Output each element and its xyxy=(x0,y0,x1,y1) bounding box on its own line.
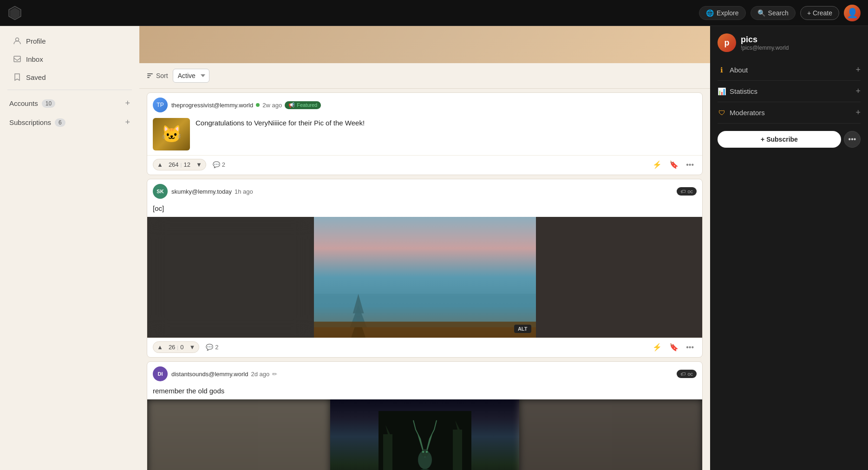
comment-icon: 💬 xyxy=(213,161,220,168)
post-1-header: TP theprogressivist@lemmy.world 2w ago 📢… xyxy=(147,93,702,115)
post-2-meta: skumky@lemmy.today 1h ago xyxy=(171,188,253,195)
post-1-avatar: TP xyxy=(153,98,168,112)
svg-point-15 xyxy=(426,451,428,453)
explore-button[interactable]: 🌐 Explore xyxy=(699,6,745,20)
post-1-downvote[interactable]: ▼ xyxy=(192,159,206,170)
svg-rect-6 xyxy=(147,77,150,78)
profile-icon xyxy=(13,37,21,45)
svg-rect-4 xyxy=(147,73,153,74)
saved-label: Saved xyxy=(26,73,46,81)
svg-rect-10 xyxy=(314,322,536,338)
sort-select[interactable]: Active Hot New Top xyxy=(173,69,209,83)
moderators-section[interactable]: 🛡 Moderators + xyxy=(718,102,861,124)
comment-icon-2: 💬 xyxy=(206,344,213,351)
about-icon: ℹ xyxy=(718,66,726,74)
svg-point-2 xyxy=(16,38,19,41)
community-banner xyxy=(139,26,710,63)
post-3-image-right xyxy=(519,399,702,470)
oc-label-3: oc xyxy=(687,371,693,377)
post-2-downcount: 0 xyxy=(178,344,185,351)
moderators-icon: 🛡 xyxy=(718,109,726,117)
post-3-image-center xyxy=(330,399,519,470)
post-1-save[interactable]: 🔖 xyxy=(666,158,681,171)
post-2-image[interactable]: ALT xyxy=(147,217,702,338)
post-1-crosspost[interactable]: ⚡ xyxy=(650,158,665,171)
online-indicator xyxy=(256,103,260,107)
post-1-comment-count: 2 xyxy=(222,161,225,168)
subscribe-button[interactable]: + Subscribe xyxy=(718,131,841,148)
nav-right: 🌐 Explore 🔍 Search + Create 👤 xyxy=(699,5,861,21)
post-2-title[interactable]: [oc] xyxy=(153,203,697,213)
post-1-title-area: Congratulations to VeryNiiiice for their… xyxy=(196,118,365,150)
svg-point-14 xyxy=(422,451,424,453)
post-1-author[interactable]: theprogressivist@lemmy.world xyxy=(171,102,253,109)
subscriptions-label: Subscriptions xyxy=(9,118,51,126)
moderators-expand[interactable]: + xyxy=(855,108,861,118)
landscape-illustration xyxy=(314,217,536,338)
post-1-more[interactable]: ••• xyxy=(683,159,697,171)
sidebar-accounts-section[interactable]: Accounts 10 + xyxy=(0,94,139,113)
post-2-image-center: ALT xyxy=(314,217,536,338)
post-3-time: 2d ago xyxy=(251,371,269,378)
user-avatar[interactable]: 👤 xyxy=(844,5,861,21)
post-1-comments[interactable]: 💬 2 xyxy=(210,159,228,170)
sidebar-item-saved[interactable]: Saved xyxy=(4,68,136,86)
mystical-figure xyxy=(379,411,471,470)
post-card-1: TP theprogressivist@lemmy.world 2w ago 📢… xyxy=(147,92,703,175)
sidebar-divider xyxy=(7,90,132,90)
sort-label-container: Sort xyxy=(147,72,168,79)
accounts-add-button[interactable]: + xyxy=(125,98,130,108)
community-handle: !pics@lemmy.world xyxy=(741,45,789,51)
post-2-comments[interactable]: 💬 2 xyxy=(203,342,221,352)
community-info: pics !pics@lemmy.world xyxy=(741,35,789,51)
moderators-label: Moderators xyxy=(730,109,765,117)
post-3-title[interactable]: remember the old gods xyxy=(153,386,697,396)
statistics-section[interactable]: 📊 Statistics + xyxy=(718,81,861,102)
create-button[interactable]: + Create xyxy=(800,6,839,20)
post-3-meta: distantsounds@lemmy.world 2d ago ✏ xyxy=(171,371,277,378)
post-3-image[interactable] xyxy=(147,399,702,470)
sort-text: Sort xyxy=(156,72,168,79)
community-more-button[interactable]: ••• xyxy=(844,131,861,148)
post-3-title-area: remember the old gods xyxy=(147,384,702,399)
post-2-right-actions: ⚡ 🔖 ••• xyxy=(650,341,697,353)
statistics-icon: 📊 xyxy=(718,87,726,96)
post-2-upvote[interactable]: ▲ xyxy=(153,342,167,352)
about-section[interactable]: ℹ About + xyxy=(718,59,861,81)
post-1-downcount: 12 xyxy=(182,161,192,168)
accounts-label: Accounts xyxy=(9,99,38,107)
post-1-actions: ▲ 264 | 12 ▼ 💬 2 ⚡ 🔖 ••• xyxy=(147,155,702,175)
post-2-save[interactable]: 🔖 xyxy=(666,341,681,353)
post-1-thumbnail[interactable]: 🐱 xyxy=(153,118,190,150)
statistics-expand[interactable]: + xyxy=(855,86,861,96)
about-expand[interactable]: + xyxy=(855,65,861,75)
community-name: pics xyxy=(741,35,789,45)
post-1-title[interactable]: Congratulations to VeryNiiiice for their… xyxy=(196,118,365,128)
search-button[interactable]: 🔍 Search xyxy=(751,6,796,20)
post-1-right-actions: ⚡ 🔖 ••• xyxy=(650,158,697,171)
sidebar-item-inbox[interactable]: Inbox xyxy=(4,50,136,68)
inbox-icon xyxy=(13,55,21,63)
post-2-crosspost[interactable]: ⚡ xyxy=(650,341,665,353)
alt-badge[interactable]: ALT xyxy=(514,325,531,333)
nav-left xyxy=(7,6,22,20)
accounts-count: 10 xyxy=(42,99,55,108)
post-2-more[interactable]: ••• xyxy=(683,341,697,353)
post-1-content: 🐱 Congratulations to VeryNiiiice for the… xyxy=(147,115,702,155)
about-label: About xyxy=(730,66,748,74)
logo-icon[interactable] xyxy=(7,6,22,20)
post-3-author[interactable]: distantsounds@lemmy.world xyxy=(171,371,248,378)
subscriptions-add-button[interactable]: + xyxy=(125,118,130,127)
post-3-image-left xyxy=(147,399,330,470)
statistics-label: Statistics xyxy=(730,87,757,95)
post-2-downvote[interactable]: ▼ xyxy=(185,342,199,352)
post-1-upvote[interactable]: ▲ xyxy=(153,159,167,170)
post-2-header: SK skumky@lemmy.today 1h ago 🏷 oc xyxy=(147,179,702,202)
post-2-avatar: SK xyxy=(153,184,168,199)
post-2-author[interactable]: skumky@lemmy.today xyxy=(171,188,232,195)
post-2-time: 1h ago xyxy=(235,188,253,195)
inbox-label: Inbox xyxy=(26,55,43,63)
sidebar-subscriptions-section[interactable]: Subscriptions 6 + xyxy=(0,113,139,132)
create-label: + Create xyxy=(807,9,832,17)
sidebar-item-profile[interactable]: Profile xyxy=(4,32,136,50)
